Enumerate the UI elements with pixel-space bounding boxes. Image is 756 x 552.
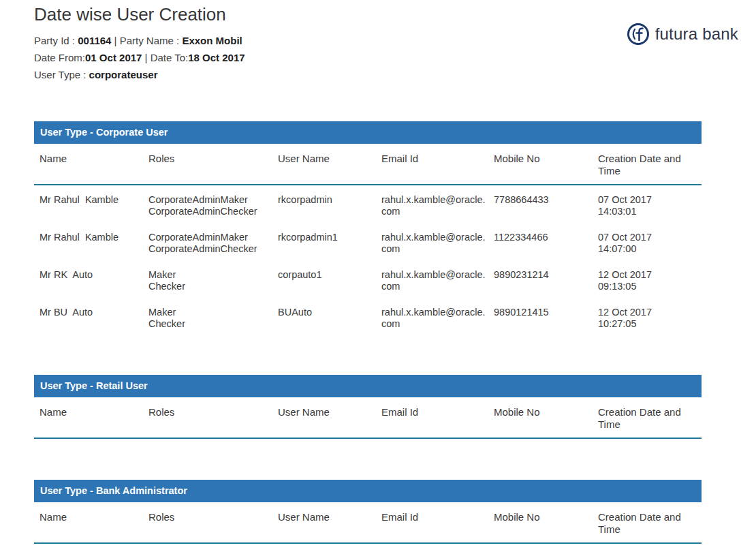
party-name-value: Exxon Mobil bbox=[182, 35, 242, 46]
party-name-label: Party Name : bbox=[120, 35, 183, 46]
column-header-username: User Name bbox=[278, 406, 381, 418]
column-header-created: Creation Date and Time bbox=[598, 153, 702, 177]
cell-created: 07 Oct 2017 14:03:01 bbox=[598, 194, 702, 217]
cell-roles: CorporateAdminMaker CorporateAdminChecke… bbox=[148, 232, 278, 255]
role-line: CorporateAdminMaker bbox=[148, 232, 271, 243]
user-type-line: User Type : corporateuser bbox=[34, 66, 756, 83]
table-title: User Type - Bank Administrator bbox=[40, 485, 187, 496]
created-date-line: 12 Oct 2017 bbox=[598, 269, 695, 281]
role-line: CorporateAdminMaker bbox=[148, 194, 271, 206]
table-header-row: Name Roles User Name Email Id Mobile No … bbox=[34, 397, 702, 439]
user-type-label: User Type : bbox=[34, 69, 89, 80]
cell-roles: CorporateAdminMaker CorporateAdminChecke… bbox=[148, 194, 278, 217]
cell-username: BUAuto bbox=[278, 307, 381, 318]
user-type-value: corporateuser bbox=[89, 69, 158, 80]
futura-bank-icon bbox=[626, 22, 650, 46]
column-header-roles: Roles bbox=[148, 153, 278, 165]
table-header-row: Name Roles User Name Email Id Mobile No … bbox=[34, 502, 702, 544]
role-line: Checker bbox=[148, 281, 271, 292]
table-title-bar: User Type - Bank Administrator bbox=[34, 480, 702, 502]
cell-email: rahul.x.kamble@oracle.com bbox=[381, 232, 494, 255]
column-header-roles: Roles bbox=[148, 511, 278, 523]
column-header-roles: Roles bbox=[148, 406, 278, 418]
table-title: User Type - Corporate User bbox=[40, 127, 168, 138]
created-date-line: 07 Oct 2017 bbox=[598, 194, 695, 206]
cell-email: rahul.x.kamble@oracle.com bbox=[381, 307, 494, 330]
date-to-value: 18 Oct 2017 bbox=[188, 52, 245, 63]
column-header-mobile: Mobile No bbox=[494, 406, 598, 418]
column-header-username: User Name bbox=[278, 511, 381, 523]
column-header-created: Creation Date and Time bbox=[598, 511, 702, 536]
cell-name: Mr Rahul Kamble bbox=[34, 232, 148, 243]
table-header-row: Name Roles User Name Email Id Mobile No … bbox=[34, 144, 702, 185]
report-header: Date wise User Creation Party Id : 00116… bbox=[34, 4, 756, 83]
report-page: Date wise User Creation Party Id : 00116… bbox=[0, 0, 756, 552]
created-time-line: 14:03:01 bbox=[598, 206, 695, 217]
cell-roles: Maker Checker bbox=[148, 307, 278, 330]
bank-administrator-table: User Type - Bank Administrator Name Role… bbox=[34, 480, 702, 544]
cell-username: rkcorpadmin bbox=[278, 194, 381, 206]
date-from-value: 01 Oct 2017 bbox=[85, 52, 142, 63]
table-row: Mr Rahul Kamble CorporateAdminMaker Corp… bbox=[34, 223, 702, 260]
party-id-value: 001164 bbox=[78, 35, 111, 46]
cell-mobile: 9890231214 bbox=[494, 269, 598, 281]
cell-name: Mr RK Auto bbox=[34, 269, 148, 281]
cell-roles: Maker Checker bbox=[148, 269, 278, 292]
brand-logo: futura bank bbox=[626, 22, 738, 46]
table-row: Mr BU Auto Maker Checker BUAuto rahul.x.… bbox=[34, 298, 702, 335]
created-time-line: 10:27:05 bbox=[598, 318, 695, 330]
column-header-email: Email Id bbox=[381, 511, 494, 523]
corporate-user-table: User Type - Corporate User Name Roles Us… bbox=[34, 121, 702, 335]
column-header-name: Name bbox=[34, 511, 148, 523]
table-row: Mr RK Auto Maker Checker corpauto1 rahul… bbox=[34, 260, 702, 298]
column-header-mobile: Mobile No bbox=[494, 153, 598, 165]
table-title: User Type - Retail User bbox=[40, 380, 148, 391]
role-line: Maker bbox=[148, 269, 271, 281]
role-line: Checker bbox=[148, 318, 271, 330]
table-body: Mr Rahul Kamble CorporateAdminMaker Corp… bbox=[34, 185, 702, 335]
column-header-email: Email Id bbox=[381, 406, 494, 418]
role-line: CorporateAdminChecker bbox=[148, 206, 271, 217]
cell-name: Mr BU Auto bbox=[34, 307, 148, 318]
cell-mobile: 9890121415 bbox=[494, 307, 598, 318]
date-from-label: Date From: bbox=[34, 52, 85, 63]
date-to-label: Date To: bbox=[151, 52, 189, 63]
role-line: Maker bbox=[148, 307, 271, 318]
party-separator: | bbox=[111, 35, 119, 46]
retail-user-table: User Type - Retail User Name Roles User … bbox=[34, 375, 702, 439]
column-header-mobile: Mobile No bbox=[494, 511, 598, 523]
cell-created: 12 Oct 2017 09:13:05 bbox=[598, 269, 702, 292]
cell-created: 12 Oct 2017 10:27:05 bbox=[598, 307, 702, 330]
created-date-line: 07 Oct 2017 bbox=[598, 232, 695, 243]
cell-username: corpauto1 bbox=[278, 269, 381, 281]
cell-created: 07 Oct 2017 14:07:00 bbox=[598, 232, 702, 255]
cell-email: rahul.x.kamble@oracle.com bbox=[381, 194, 494, 217]
party-id-label: Party Id : bbox=[34, 35, 78, 46]
role-line: CorporateAdminChecker bbox=[148, 243, 271, 255]
cell-mobile: 1122334466 bbox=[494, 232, 598, 243]
created-time-line: 09:13:05 bbox=[598, 281, 695, 292]
cell-email: rahul.x.kamble@oracle.com bbox=[381, 269, 494, 292]
cell-mobile: 7788664433 bbox=[494, 194, 598, 206]
column-header-name: Name bbox=[34, 153, 148, 165]
column-header-name: Name bbox=[34, 406, 148, 418]
column-header-created: Creation Date and Time bbox=[598, 406, 702, 431]
table-row: Mr Rahul Kamble CorporateAdminMaker Corp… bbox=[34, 185, 702, 223]
column-header-username: User Name bbox=[278, 153, 381, 165]
column-header-email: Email Id bbox=[381, 153, 494, 165]
brand-name: futura bank bbox=[655, 25, 738, 44]
cell-name: Mr Rahul Kamble bbox=[34, 194, 148, 206]
date-range-line: Date From:01 Oct 2017 | Date To:18 Oct 2… bbox=[34, 49, 756, 66]
created-date-line: 12 Oct 2017 bbox=[598, 307, 695, 318]
created-time-line: 14:07:00 bbox=[598, 243, 695, 255]
date-separator: | bbox=[142, 52, 150, 63]
cell-username: rkcorpadmin1 bbox=[278, 232, 381, 243]
table-title-bar: User Type - Corporate User bbox=[34, 121, 702, 144]
table-title-bar: User Type - Retail User bbox=[34, 375, 702, 397]
